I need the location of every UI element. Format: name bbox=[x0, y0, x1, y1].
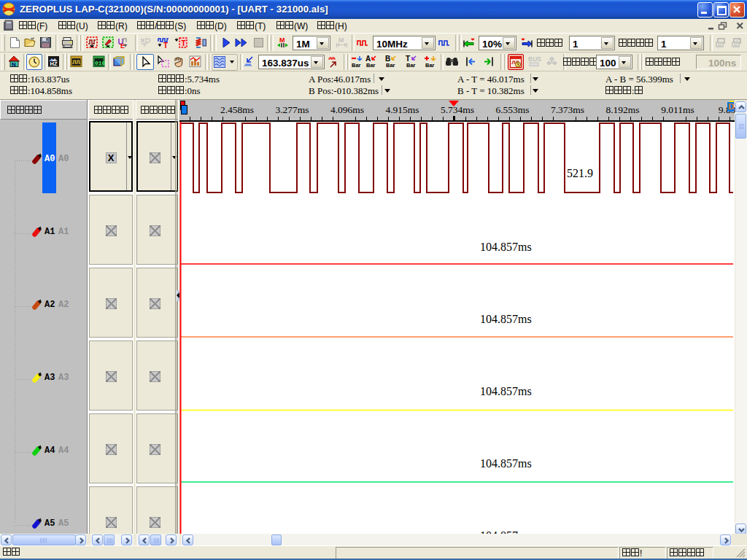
svg-text:104.857ms: 104.857ms bbox=[480, 241, 532, 253]
svg-text:M: M bbox=[338, 36, 344, 44]
svg-text:Bar: Bar bbox=[406, 62, 416, 69]
svg-text:N: N bbox=[12, 61, 16, 68]
svg-text:Bar: Bar bbox=[425, 62, 435, 69]
svg-text:E: E bbox=[120, 42, 125, 50]
svg-text:104.857ms: 104.857ms bbox=[480, 313, 532, 325]
svg-text:T: T bbox=[163, 42, 168, 49]
svg-text:521.9: 521.9 bbox=[567, 167, 593, 179]
svg-text:T: T bbox=[182, 39, 186, 47]
svg-text:M: M bbox=[279, 36, 285, 44]
svg-text:104.857ms: 104.857ms bbox=[480, 385, 532, 397]
svg-text:0101: 0101 bbox=[95, 60, 105, 66]
svg-text:HZ: HZ bbox=[50, 61, 58, 67]
svg-text:BUS: BUS bbox=[528, 55, 541, 63]
svg-text:Bar: Bar bbox=[352, 62, 361, 69]
svg-text:Bar: Bar bbox=[366, 62, 376, 69]
svg-text:Bar: Bar bbox=[386, 62, 395, 69]
svg-text:104.857ms: 104.857ms bbox=[480, 457, 532, 470]
